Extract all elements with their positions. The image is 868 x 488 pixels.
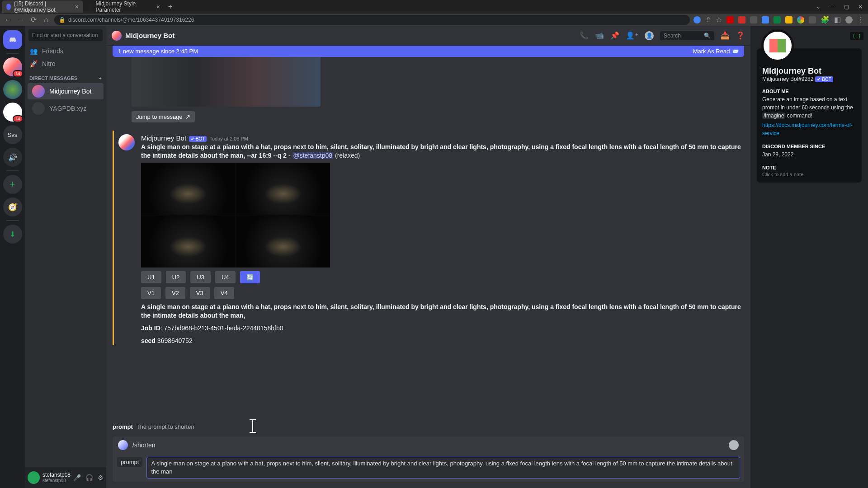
back-icon[interactable]: ← [4,16,13,24]
generated-image-grid[interactable] [141,163,330,267]
text-cursor-icon [252,420,253,432]
new-message-bar[interactable]: 1 new message since 2:45 PM Mark As Read… [113,46,744,57]
voice-call-icon[interactable]: 📞 [580,31,589,40]
browser-chrome: (15) Discord | @Midjourney Bot × Midjour… [0,0,868,26]
forward-icon[interactable]: → [16,16,25,24]
mark-as-read-button[interactable]: Mark As Read 📨 [693,48,739,55]
nitro-tab[interactable]: 🚀 Nitro [25,57,106,70]
browser-tab-midjourney-docs[interactable]: Midjourney Style Parameter × [83,0,165,13]
tab-bar: (15) Discord | @Midjourney Bot × Midjour… [0,0,868,14]
user-mention[interactable]: @stefanstp08 [292,152,334,159]
guild-item[interactable]: 🔊 [3,148,22,167]
profile-avatar[interactable] [761,29,794,62]
about-me-header: ABOUT ME [762,89,856,94]
v4-button[interactable]: V4 [214,287,234,299]
explore-button[interactable]: 🧭 [3,197,22,216]
help-icon[interactable]: ❓ [736,31,745,40]
extensions-icon[interactable]: 🧩 [821,15,830,24]
v1-button[interactable]: V1 [141,287,161,299]
message-list[interactable]: Jump to message ↗ Midjourney Bot ✔ BOT T… [106,57,750,418]
dev-mode-icon[interactable]: { } [850,32,863,40]
adblock-icon[interactable] [726,16,734,23]
emoji-picker-icon[interactable] [729,440,739,450]
browser-tab-discord[interactable]: (15) Discord | @Midjourney Bot × [2,0,83,13]
ext-icon[interactable] [809,16,816,23]
guild-rail: 14 14 Svs 🔊 + 🧭 ⬇ [0,26,25,488]
share-icon[interactable]: ⇪ [705,15,711,24]
ext-icon[interactable] [785,16,793,23]
friends-tab[interactable]: 👥 Friends [25,45,106,57]
u4-button[interactable]: U4 [215,271,236,283]
inbox-icon[interactable]: 📥 [721,31,730,40]
guild-item[interactable]: 14 [3,103,22,122]
previous-message-image[interactable] [132,57,321,107]
docs-link[interactable]: https://docs.midjourney.com/terms-of-ser… [762,121,856,137]
v2-button[interactable]: V2 [165,287,185,299]
ext-icon[interactable] [774,16,781,23]
add-friends-icon[interactable]: 👤⁺ [626,31,638,40]
close-icon[interactable]: × [75,3,79,10]
video-call-icon[interactable]: 📹 [595,31,604,40]
ext-icon[interactable] [762,16,769,23]
reroll-button[interactable]: 🔄 [240,271,260,283]
v3-button[interactable]: V3 [190,287,210,299]
guild-item[interactable]: 14 [3,57,22,76]
reload-icon[interactable]: ⟳ [29,15,38,24]
u1-button[interactable]: U1 [141,271,161,283]
user-avatar[interactable] [28,471,40,484]
menu-icon[interactable]: ⋮ [857,15,864,24]
search-input[interactable]: Search 🔍 [660,31,714,40]
profile-tag: Midjourney Bot#9282 ✔ BOT [762,76,856,82]
maximize-icon[interactable]: ▢ [844,4,849,10]
note-header: NOTE [762,165,856,170]
add-server-button[interactable]: + [3,175,22,194]
url-text: discord.com/channels/@me/106344374919731… [68,17,194,23]
gen-image-1 [141,163,235,215]
note-input[interactable]: Click to add a note [762,172,856,177]
close-icon[interactable]: × [156,3,160,10]
jump-label: Jump to message [136,113,183,120]
download-button[interactable]: ⬇ [3,225,22,244]
u3-button[interactable]: U3 [190,271,211,283]
url-input[interactable]: 🔒 discord.com/channels/@me/1063443749197… [54,15,690,25]
deafen-icon[interactable]: 🎧 [85,474,93,481]
home-button[interactable] [3,30,22,49]
create-dm-icon[interactable]: + [99,75,102,81]
u2-button[interactable]: U2 [166,271,186,283]
discord-favicon [6,4,11,10]
close-window-icon[interactable]: ✕ [858,4,863,10]
message-text: A single man on stage at a piano with a … [141,143,744,160]
pinned-icon[interactable]: 📌 [610,31,619,40]
jump-to-message-button[interactable]: Jump to message ↗ [132,111,195,122]
translate-icon[interactable] [693,16,701,23]
minimize-icon[interactable]: — [830,4,835,10]
author-name[interactable]: Midjourney Bot [141,134,186,142]
mute-icon[interactable]: 🎤 [73,474,81,481]
author-avatar[interactable] [118,134,135,150]
sidepanel-icon[interactable]: ◧ [834,15,841,24]
guild-svs[interactable]: Svs [3,125,22,144]
chevron-down-icon[interactable]: ⌄ [816,4,821,10]
new-tab-button[interactable]: + [165,3,176,11]
settings-icon[interactable]: ⚙ [98,474,104,481]
ext-icon[interactable] [797,16,804,23]
dm-yagpdb[interactable]: YAGPDB.xyz [28,100,104,117]
user-info[interactable]: stefanstp08 stefanstp08 [42,472,71,483]
imagine-command-pill[interactable]: /imagine [762,113,785,119]
guild-separator [6,170,19,171]
upscale-buttons: U1 U2 U3 U4 🔄 [141,271,744,283]
friends-icon: 👥 [29,47,38,55]
prompt-text-input[interactable]: A single man on stage at a piano with a … [147,457,740,478]
discord-app: 14 14 Svs 🔊 + 🧭 ⬇ Find or start a conver… [0,26,868,488]
profile-avatar-icon[interactable] [845,16,853,23]
find-conversation-input[interactable]: Find or start a conversation [28,29,103,41]
bookmark-icon[interactable]: ☆ [716,15,722,24]
ext-icon[interactable] [750,16,757,23]
home-icon[interactable]: ⌂ [42,16,51,24]
user-profile-icon[interactable]: 👤 [645,31,654,40]
new-message-text: 1 new message since 2:45 PM [118,48,198,55]
dm-midjourney-bot[interactable]: Midjourney Bot [28,83,104,99]
guild-item[interactable] [3,80,22,99]
bot-badge: ✔ BOT [189,136,207,142]
lastpass-icon[interactable] [738,16,745,23]
